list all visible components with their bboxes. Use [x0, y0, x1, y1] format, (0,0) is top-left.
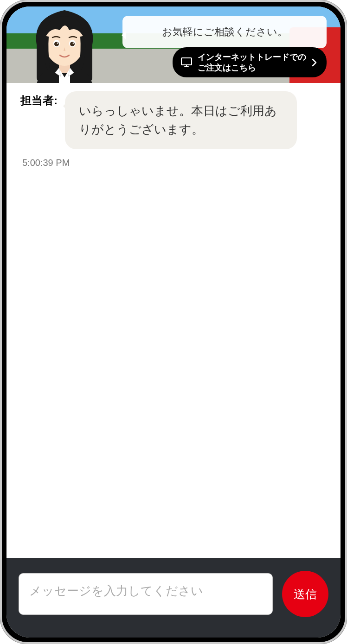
agent-avatar [23, 6, 106, 83]
svg-point-6 [57, 43, 58, 44]
message-row: 担当者: いらっしゃいませ。本日はご利用ありがとうございます。 [20, 91, 327, 149]
svg-point-4 [54, 42, 59, 46]
speech-bubble-text: お気軽にご相談ください。 [162, 26, 288, 38]
chat-area[interactable]: 担当者: いらっしゃいませ。本日はご利用ありがとうございます。 5:00:39 … [6, 83, 341, 558]
phone-frame: お気軽にご相談ください。 インターネットトレードでの ご注文はこちら [0, 0, 347, 644]
message-sender-label: 担当者: [20, 91, 58, 108]
message-timestamp: 5:00:39 PM [22, 158, 327, 168]
header-banner: お気軽にご相談ください。 インターネットトレードでの ご注文はこちら [6, 6, 341, 83]
svg-point-5 [70, 42, 75, 46]
svg-point-7 [73, 43, 74, 44]
trade-button-label: インターネットトレードでの ご注文はこちら [198, 52, 306, 73]
message-bubble: いらっしゃいませ。本日はご利用ありがとうございます。 [65, 91, 297, 149]
chevron-right-icon [312, 58, 317, 67]
message-input[interactable] [19, 573, 273, 615]
header-speech-bubble: お気軽にご相談ください。 [122, 16, 327, 48]
send-button[interactable]: 送信 [282, 571, 328, 617]
monitor-icon [181, 57, 192, 68]
internet-trade-button[interactable]: インターネットトレードでの ご注文はこちら [173, 47, 327, 77]
message-text: いらっしゃいませ。本日はご利用ありがとうございます。 [79, 104, 277, 136]
phone-screen: お気軽にご相談ください。 インターネットトレードでの ご注文はこちら [6, 6, 341, 638]
svg-rect-8 [181, 58, 192, 65]
input-bar: 送信 [6, 558, 341, 638]
send-button-label: 送信 [294, 587, 317, 602]
